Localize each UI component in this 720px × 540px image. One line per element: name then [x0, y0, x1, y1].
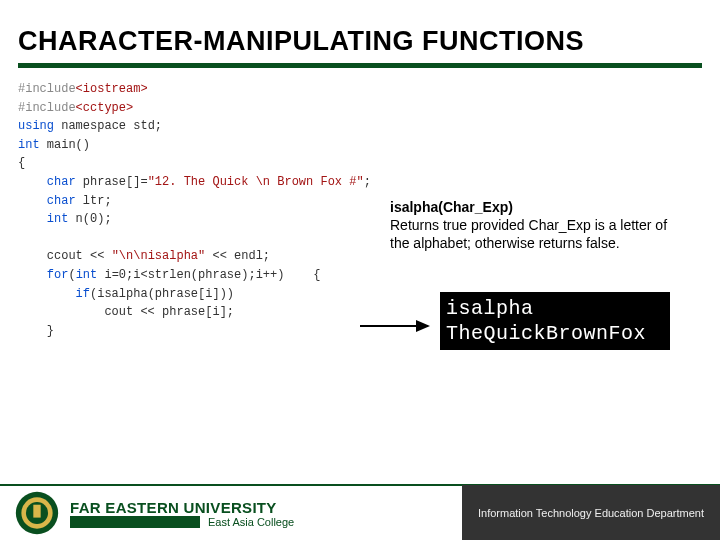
footer: FAR EASTERN UNIVERSITY East Asia College… — [0, 484, 720, 540]
code-token: namespace std; — [54, 119, 162, 133]
code-token: #include — [18, 82, 76, 96]
code-token: << endl; — [205, 249, 270, 263]
code-token: (isalpha(phrase[i])) — [90, 287, 234, 301]
code-token: "\n\nisalpha" — [112, 249, 206, 263]
code-token: for — [18, 268, 68, 282]
svg-rect-4 — [33, 505, 40, 518]
code-token: ltr; — [76, 194, 112, 208]
code-token: <iostream> — [76, 82, 148, 96]
console-output: isalpha TheQuickBrownFox — [440, 292, 670, 350]
arrow-icon — [358, 316, 438, 336]
code-token: ( — [68, 268, 75, 282]
college-bar — [70, 516, 200, 528]
college-wrap: East Asia College — [70, 516, 462, 528]
code-token: "12. The Quick \n Brown Fox #" — [148, 175, 364, 189]
code-token: #include — [18, 101, 76, 115]
code-token: n(0); — [68, 212, 111, 226]
title-rule — [18, 63, 702, 68]
code-token: int — [18, 138, 40, 152]
code-token: { — [18, 156, 25, 170]
code-token: char — [18, 194, 76, 208]
code-token: int — [18, 212, 68, 226]
code-token: ccout << — [18, 249, 112, 263]
slide-title: CHARACTER-MANIPULATING FUNCTIONS — [0, 0, 720, 63]
college-name: East Asia College — [208, 516, 294, 528]
console-line: TheQuickBrownFox — [446, 322, 646, 345]
content-area: #include<iostream> #include<cctype> usin… — [0, 76, 720, 340]
code-token: <cctype> — [76, 101, 134, 115]
function-description: Returns true provided Char_Exp is a lett… — [390, 217, 667, 251]
code-token: main() — [40, 138, 90, 152]
code-token: int — [76, 268, 98, 282]
code-token: char — [18, 175, 76, 189]
function-signature: isalpha(Char_Exp) — [390, 199, 513, 215]
code-token: if — [18, 287, 90, 301]
console-line: isalpha — [446, 297, 534, 320]
code-token: cout << phrase[i]; — [18, 305, 234, 319]
code-token: phrase[]= — [76, 175, 148, 189]
department-name: Information Technology Education Departm… — [462, 485, 720, 540]
function-explanation: isalpha(Char_Exp) Returns true provided … — [390, 198, 690, 253]
code-token: } — [18, 324, 54, 338]
university-seal-icon — [14, 490, 60, 536]
code-token: ; — [364, 175, 371, 189]
code-token: using — [18, 119, 54, 133]
university-name: FAR EASTERN UNIVERSITY — [70, 499, 462, 516]
university-block: FAR EASTERN UNIVERSITY East Asia College — [70, 499, 462, 528]
code-token: i=0;i<strlen(phrase);i++) { — [97, 268, 320, 282]
